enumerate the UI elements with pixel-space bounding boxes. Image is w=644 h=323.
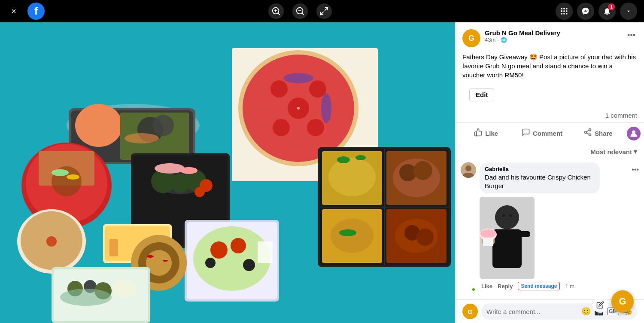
main-content: G Grub N Go Meal Delivery 43m · 🌐 ••• Fa…: [0, 22, 644, 323]
svg-point-28: [321, 93, 331, 123]
svg-point-33: [75, 104, 122, 147]
globe-icon: 🌐: [501, 37, 507, 43]
share-button[interactable]: Share: [571, 125, 625, 142]
svg-rect-9: [561, 8, 562, 9]
comments-section: Gabriella Dad and his favourite Crispy C…: [456, 159, 644, 301]
zoom-in-button[interactable]: [268, 3, 284, 19]
svg-point-101: [589, 134, 591, 136]
svg-rect-12: [561, 10, 562, 12]
post-meta: Grub N Go Meal Delivery 43m · 🌐: [485, 29, 621, 43]
top-bar: × f: [0, 0, 644, 22]
notification-badge: 1: [608, 3, 615, 10]
svg-line-8: [321, 12, 323, 15]
svg-point-60: [243, 259, 255, 271]
right-panel: G Grub N Go Meal Delivery 43m · 🌐 ••• Fa…: [455, 22, 644, 323]
svg-point-106: [465, 165, 471, 171]
user-comment-avatar: G: [462, 304, 478, 319]
svg-point-43: [67, 174, 79, 180]
svg-point-57: [210, 241, 228, 259]
svg-point-93: [331, 219, 374, 253]
sort-button[interactable]: Most relevant ▾: [590, 148, 637, 155]
svg-point-71: [147, 255, 154, 258]
svg-point-72: [163, 260, 168, 262]
svg-rect-114: [518, 231, 530, 237]
sort-bar: Most relevant ▾: [456, 144, 644, 159]
svg-rect-67: [109, 239, 118, 256]
send-message-button[interactable]: Send message: [518, 282, 560, 290]
close-button[interactable]: ×: [7, 4, 21, 18]
comment-count: 1 comment: [456, 110, 644, 123]
svg-point-85: [328, 158, 376, 196]
fullscreen-button[interactable]: [316, 3, 332, 19]
user-avatar: [627, 127, 641, 140]
page-avatar: G: [462, 29, 480, 47]
comment-image: [480, 197, 535, 279]
top-bar-right: 1: [556, 3, 637, 20]
separator-dot: ·: [497, 37, 499, 43]
svg-line-102: [586, 133, 589, 134]
post-more-button[interactable]: •••: [626, 29, 637, 42]
svg-point-29: [297, 107, 300, 110]
svg-point-99: [589, 129, 591, 131]
svg-point-51: [180, 167, 197, 174]
svg-point-36: [152, 115, 174, 136]
svg-point-98: [416, 229, 434, 246]
svg-point-37: [125, 133, 159, 143]
sort-chevron-icon: ▾: [634, 148, 637, 155]
svg-point-79: [112, 280, 137, 297]
svg-rect-13: [563, 10, 565, 12]
comment-text: Dad and his favourite Crispy Chicken Bur…: [485, 173, 595, 190]
post-body: Fathers Day Giveaway 🤩 Post a picture of…: [456, 51, 644, 85]
floating-edit-button[interactable]: [592, 297, 608, 313]
svg-rect-11: [566, 8, 567, 9]
svg-rect-16: [563, 13, 565, 14]
comment-item: Gabriella Dad and his favourite Crispy C…: [461, 162, 639, 292]
comment-button[interactable]: Comment: [515, 125, 569, 142]
svg-line-1: [278, 13, 279, 15]
sort-label: Most relevant: [590, 148, 632, 155]
account-chevron-button[interactable]: [620, 3, 637, 20]
like-button[interactable]: Like: [459, 125, 513, 142]
comment-content: Gabriella Dad and his favourite Crispy C…: [480, 162, 628, 292]
share-icon: [583, 128, 592, 139]
svg-point-24: [309, 80, 326, 98]
zoom-out-button[interactable]: [292, 3, 308, 19]
comment-reply-button[interactable]: Reply: [498, 283, 513, 289]
notifications-button[interactable]: 1: [598, 3, 616, 20]
svg-rect-14: [566, 10, 567, 12]
edit-button[interactable]: Edit: [469, 88, 494, 101]
svg-rect-112: [492, 229, 522, 268]
comment-author: Gabriella: [485, 166, 595, 172]
action-bar: Like Comment Share: [456, 123, 644, 144]
comment-bubble: Gabriella Dad and his favourite Crispy C…: [480, 162, 600, 193]
svg-point-94: [339, 229, 356, 236]
svg-point-42: [52, 169, 69, 176]
online-indicator: [471, 287, 476, 292]
svg-point-117: [480, 229, 496, 238]
page-name: Grub N Go Meal Delivery: [485, 29, 621, 37]
svg-point-64: [46, 236, 57, 247]
messenger-button[interactable]: [577, 3, 594, 20]
comment-label: Comment: [533, 130, 562, 137]
svg-point-87: [355, 155, 366, 160]
facebook-logo: f: [27, 3, 45, 20]
apps-grid-button[interactable]: [556, 3, 573, 20]
svg-rect-118: [483, 238, 493, 246]
svg-point-23: [270, 80, 288, 98]
like-icon: [474, 128, 483, 139]
image-panel: [0, 22, 455, 323]
svg-point-26: [273, 119, 290, 136]
post-header: G Grub N Go Meal Delivery 43m · 🌐 •••: [456, 22, 644, 51]
svg-point-53: [194, 187, 205, 197]
floating-chat-button[interactable]: G: [611, 290, 634, 313]
svg-point-111: [509, 214, 512, 217]
post-time: 43m · 🌐: [485, 37, 621, 43]
svg-line-103: [586, 130, 589, 131]
svg-line-7: [325, 8, 328, 10]
svg-point-100: [584, 131, 586, 134]
svg-point-59: [205, 258, 216, 268]
emoji-icon[interactable]: 🙂: [581, 307, 591, 316]
comment-like-button[interactable]: Like: [481, 283, 492, 289]
svg-point-58: [231, 238, 246, 253]
comment-more-button[interactable]: •••: [632, 166, 639, 174]
